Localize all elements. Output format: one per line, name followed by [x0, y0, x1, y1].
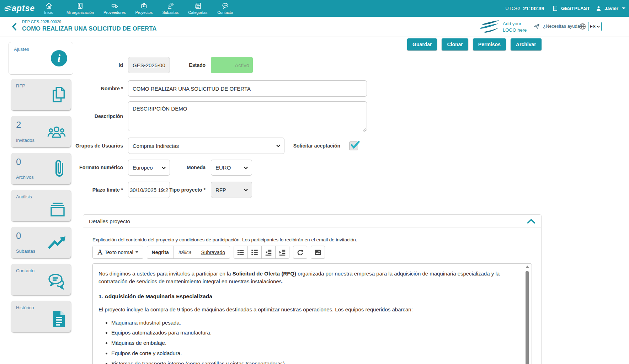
logo-swoosh-large-icon — [479, 20, 500, 34]
rich-text-editor[interactable]: Nos dirigimos a ustedes para invitarlos … — [92, 263, 532, 364]
tipo-label: Tipo proyecto * — [160, 182, 206, 198]
nav-label: Subastas — [162, 10, 178, 15]
bullet-list-icon — [237, 248, 245, 256]
projects-briefcase-icon — [140, 2, 148, 10]
sidebar-item-contacto[interactable]: Contacto — [11, 264, 71, 295]
scroll-up-arrow-icon[interactable] — [526, 266, 529, 268]
chevron-down-icon — [244, 188, 248, 191]
indent-button[interactable] — [275, 246, 289, 259]
outdent-button[interactable] — [261, 246, 276, 259]
nav-label: Proveedores — [103, 10, 126, 15]
page-header: RFP GES-2025-00029 COMO REALIZAR UNA SOL… — [0, 17, 629, 37]
list-item: Maquinaria industrial pesada. — [111, 319, 519, 327]
nav-item-proyectos[interactable]: Proyectos — [135, 2, 153, 15]
document-copy-icon — [50, 86, 66, 103]
indent-icon — [278, 248, 286, 256]
solicitar-checkbox[interactable] — [349, 141, 358, 150]
nav-item-mi-organizacion[interactable]: Mi organización — [66, 2, 94, 15]
sidebar-item-rfp[interactable]: RFP — [11, 79, 71, 110]
back-button[interactable] — [11, 22, 17, 32]
collapse-button[interactable] — [527, 219, 535, 224]
panel-title: Detalles proyecto — [89, 218, 130, 224]
sidebar-item-analisis[interactable]: Análisis — [11, 190, 71, 221]
nav-item-categorias[interactable]: Categorías — [188, 2, 207, 15]
trend-arrow-icon — [47, 235, 66, 250]
sidebar-item-label: Archivos — [16, 175, 34, 180]
sidebar-item-invitados[interactable]: 2 Invitados — [11, 116, 71, 147]
nav-label: Contacto — [217, 10, 233, 15]
nav-label: Inicio — [44, 10, 53, 15]
id-field[interactable] — [128, 57, 170, 73]
grupos-select[interactable]: Compras Indirectas — [128, 138, 284, 154]
sidebar-item-ajustes[interactable]: Ajustes i — [9, 42, 73, 75]
help-link[interactable]: ¿Necesitas ayuda? — [533, 23, 582, 29]
checkmark-icon — [350, 140, 359, 150]
user-menu[interactable]: Javier — [604, 6, 618, 11]
bullet-list-button[interactable] — [234, 246, 248, 259]
nav-item-contacto[interactable]: Contacto — [217, 2, 233, 15]
id-label: Id — [71, 57, 123, 73]
tipo-select[interactable]: RFP — [211, 182, 252, 198]
descripcion-field[interactable]: DESCRIPCIÓN DEMO — [128, 101, 367, 131]
chevron-down-icon — [597, 26, 600, 28]
paper-plane-icon — [533, 23, 540, 29]
top-navigation-bar: aptse Inicio Mi organización Proveedores — [0, 0, 629, 17]
editor-hint: Explicación del contenido del proyecto y… — [92, 237, 532, 242]
scrollbar-thumb[interactable] — [526, 271, 529, 364]
save-button[interactable]: Guardar — [407, 38, 437, 50]
block-list-button[interactable] — [247, 246, 262, 259]
nav-item-inicio[interactable]: Inicio — [41, 2, 57, 15]
auction-gavel-icon — [167, 2, 174, 10]
style-letter: A — [97, 248, 102, 256]
user-menu-caret-icon[interactable] — [622, 7, 625, 9]
editor-bullet-list: Maquinaria industrial pesada. Equipos au… — [106, 319, 519, 364]
formato-label: Formato numérico — [64, 160, 123, 176]
editor-heading: 1. Adquisición de Maquinaria Especializa… — [98, 293, 519, 300]
chat-bubbles-icon — [47, 272, 66, 290]
textarea-resize-grip[interactable] — [362, 127, 366, 132]
language-value: ES — [590, 24, 596, 29]
company-building-icon — [552, 5, 558, 12]
main-nav: Inicio Mi organización Proveedores — [41, 2, 233, 15]
status-badge: Activo — [211, 57, 253, 73]
formato-select[interactable]: Europeo — [128, 160, 170, 176]
chevron-down-icon — [161, 166, 166, 169]
editor-bold-text: Solicitud de Oferta (RFQ) — [233, 271, 296, 277]
underline-button[interactable]: Subrayado — [196, 246, 230, 259]
redo-button[interactable] — [293, 246, 307, 259]
bold-button[interactable]: Negrita — [147, 246, 174, 259]
topbar-right-cluster: UTC+2 21:00:39 GESTPLAST Javier — [505, 5, 625, 12]
editor-scrollbar[interactable] — [525, 266, 529, 364]
outdent-icon — [265, 248, 272, 256]
nav-item-subastas[interactable]: Subastas — [162, 2, 178, 15]
clone-button[interactable]: Clonar — [442, 38, 468, 50]
back-chevron-icon — [11, 22, 17, 31]
people-icon — [47, 123, 66, 140]
permissions-button[interactable]: Permisos — [473, 38, 506, 50]
language-select[interactable]: ES — [588, 22, 602, 31]
moneda-label: Moneda — [167, 160, 206, 176]
add-logo-placeholder[interactable]: Add your LOGO here — [503, 21, 527, 33]
nav-item-proveedores[interactable]: Proveedores — [103, 2, 126, 15]
italic-button[interactable]: Itálica — [174, 246, 197, 259]
insert-image-button[interactable] — [311, 246, 325, 259]
text-style-dropdown[interactable]: A Texto normal — [92, 246, 143, 259]
organization-icon — [76, 2, 84, 10]
add-logo-line2: LOGO here — [503, 27, 527, 33]
sidebar-item-archivos[interactable]: 0 Archivos — [11, 153, 71, 184]
editor-content[interactable]: Nos dirigimos a ustedes para invitarlos … — [98, 270, 519, 364]
company-name[interactable]: GESTPLAST — [561, 6, 590, 11]
moneda-select[interactable]: EURO — [211, 160, 252, 176]
breadcrumb: RFP GES-2025-00029 — [22, 20, 61, 24]
app-logo[interactable]: aptse — [4, 4, 35, 14]
sidebar-item-subastas[interactable]: 0 Subastas — [11, 227, 71, 258]
tray-icon — [49, 202, 66, 217]
panel-header: Detalles proyecto — [83, 215, 541, 228]
list-item: Máquinas de embalaje. — [111, 339, 519, 347]
nombre-field[interactable] — [128, 80, 367, 97]
archive-button[interactable]: Archivar — [511, 38, 542, 50]
sidebar-item-historico[interactable]: Histórico — [11, 301, 71, 332]
add-logo-line1: Add your — [503, 21, 527, 27]
list-item: Equipos de corte y soldadura. — [111, 349, 519, 357]
sidebar-item-label: Subastas — [16, 248, 35, 254]
